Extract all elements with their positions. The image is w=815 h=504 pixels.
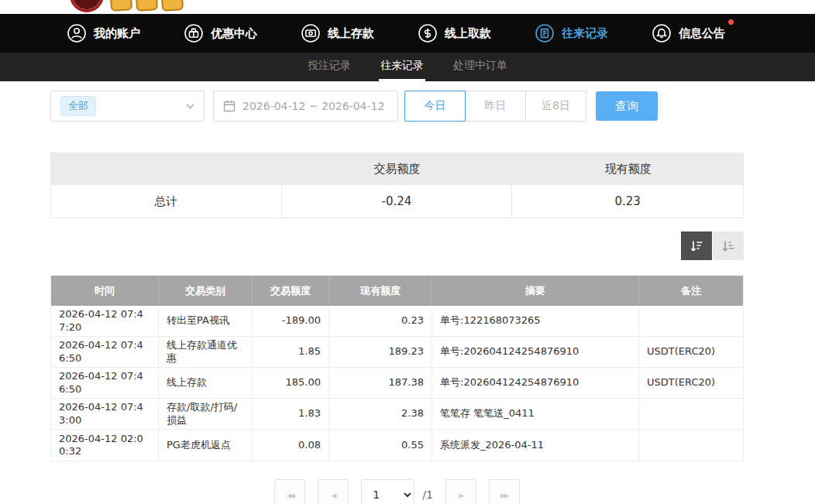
last-page-icon: ▸▸ — [500, 489, 507, 501]
withdraw-icon — [418, 23, 438, 43]
table-row: 2026-04-12 07:46:50 线上存款 185.00 187.38 单… — [51, 368, 743, 399]
table-row: 2026-04-12 07:43:00 存款/取款/打码/损益 1.83 2.3… — [51, 399, 743, 430]
sort-asc-icon — [720, 238, 736, 254]
table-row: 2026-04-12 02:00:32 PG老虎机返点 0.08 0.55 系统… — [51, 430, 743, 461]
cell-balance: 187.38 — [329, 368, 432, 398]
total-pages-label: /1 — [422, 489, 433, 501]
deposit-icon — [301, 23, 321, 43]
table-header-row: 时间 交易类别 交易额度 现有额度 摘要 备注 — [51, 276, 743, 306]
sort-ascending-button[interactable] — [713, 231, 744, 260]
nav-label: 往来记录 — [562, 26, 608, 41]
nav-item-promotions[interactable]: 优惠中心 — [184, 23, 257, 43]
summary-total-row: 总计 -0.24 0.23 — [50, 185, 744, 218]
sort-controls — [50, 231, 744, 260]
transactions-table: 时间 交易类别 交易额度 现有额度 摘要 备注 2026-04-12 07:47… — [50, 276, 744, 461]
chevron-down-icon — [186, 104, 194, 109]
header-remark: 备注 — [639, 276, 743, 306]
notification-dot — [728, 19, 734, 25]
table-row: 2026-04-12 07:47:20 转出至PA视讯 -189.00 0.23… — [51, 306, 743, 337]
cell-amount: 0.08 — [253, 430, 329, 461]
cell-summary: 单号:122168073265 — [432, 306, 639, 336]
next-page-button[interactable]: ▸ — [445, 479, 476, 504]
cell-amount: 1.85 — [253, 337, 329, 367]
cell-remark: USDT(ERC20) — [639, 368, 743, 398]
user-icon — [67, 23, 87, 43]
sub-nav: 投注记录 往来记录 处理中订单 — [0, 53, 815, 81]
nav-item-online-deposit[interactable]: 线上存款 — [301, 23, 374, 43]
type-dropdown[interactable]: 全部 — [50, 91, 205, 122]
cell-time: 2026-04-12 07:46:50 — [51, 368, 159, 398]
header-amount: 交易额度 — [253, 276, 329, 306]
first-page-button[interactable]: ◂◂ — [274, 479, 305, 504]
cell-time: 2026-04-12 07:46:50 — [51, 337, 159, 367]
gift-icon — [184, 23, 204, 43]
nav-label: 我的账户 — [94, 26, 140, 41]
cell-summary: 单号:202604124254876910 — [432, 368, 639, 398]
nav-item-announcements[interactable]: 信息公告 — [652, 23, 725, 43]
cell-type: PG老虎机返点 — [159, 430, 253, 461]
cell-type: 线上存款通道优惠 — [159, 337, 253, 367]
summary-total-label: 总计 — [51, 185, 282, 218]
main-nav: 我的账户 优惠中心 线上存款 线上取款 往来记录 信息公告 — [0, 14, 815, 53]
cell-type: 线上存款 — [159, 368, 253, 398]
header-time: 时间 — [51, 276, 159, 306]
nav-item-my-account[interactable]: 我的账户 — [67, 23, 140, 43]
cell-summary: 笔笔存 笔笔送_0411 — [432, 399, 639, 429]
records-icon — [535, 23, 555, 43]
cell-amount: -189.00 — [253, 306, 329, 336]
bell-icon — [652, 23, 672, 43]
cell-time: 2026-04-12 07:43:00 — [51, 399, 159, 429]
search-button[interactable]: 查询 — [596, 91, 658, 121]
sort-desc-icon — [689, 238, 704, 254]
cell-summary: 单号:202604124254876910 — [432, 337, 639, 367]
filter-row: 全部 2026-04-12 ~ 2026-04-12 今日 昨日 近8日 查询 — [50, 91, 744, 122]
cell-balance: 189.23 — [329, 337, 432, 367]
cell-type: 转出至PA视讯 — [159, 306, 253, 336]
today-button[interactable]: 今日 — [404, 91, 466, 122]
nav-label: 信息公告 — [679, 26, 725, 41]
header-type: 交易类别 — [159, 276, 253, 306]
previous-page-icon: ◂ — [332, 489, 335, 501]
summary-current-balance: 0.23 — [512, 185, 743, 218]
logo-gold-text — [110, 0, 183, 11]
nav-item-online-withdrawal[interactable]: 线上取款 — [418, 23, 491, 43]
page-select[interactable]: 1 — [361, 479, 414, 504]
cell-amount: 1.83 — [253, 399, 329, 429]
quick-range-group: 今日 昨日 近8日 — [404, 91, 586, 122]
cell-remark — [639, 399, 743, 429]
header-balance: 现有额度 — [329, 276, 432, 306]
sort-descending-button[interactable] — [681, 231, 712, 260]
cell-amount: 185.00 — [253, 368, 329, 398]
last-page-button[interactable]: ▸▸ — [489, 479, 520, 504]
cell-time: 2026-04-12 07:47:20 — [51, 306, 159, 336]
tab-betting-records[interactable]: 投注记录 — [306, 53, 352, 81]
cell-balance: 2.38 — [329, 399, 432, 429]
first-page-icon: ◂◂ — [287, 489, 294, 501]
yesterday-button[interactable]: 昨日 — [465, 91, 526, 122]
main-content: 全部 2026-04-12 ~ 2026-04-12 今日 昨日 近8日 查询 … — [50, 91, 744, 504]
cell-type: 存款/取款/打码/损益 — [159, 399, 253, 429]
header-strip — [0, 0, 815, 14]
cell-summary: 系统派发_2026-04-11 — [432, 430, 639, 461]
nav-item-transaction-records[interactable]: 往来记录 — [535, 23, 608, 43]
nav-label: 优惠中心 — [211, 26, 257, 41]
cell-remark: USDT(ERC20) — [639, 337, 743, 367]
date-range-input[interactable]: 2026-04-12 ~ 2026-04-12 — [213, 91, 398, 122]
previous-page-button[interactable]: ◂ — [318, 479, 349, 504]
site-logo[interactable] — [70, 0, 183, 14]
cell-balance: 0.23 — [329, 306, 432, 336]
pagination: ◂◂ ◂ 1 /1 ▸ ▸▸ — [50, 479, 744, 504]
tab-transaction-records[interactable]: 往来记录 — [379, 53, 425, 81]
summary-transaction-amount: -0.24 — [282, 185, 513, 218]
cell-balance: 0.55 — [329, 430, 432, 461]
summary-header-transaction: 交易额度 — [281, 162, 512, 177]
tab-processing-orders[interactable]: 处理中订单 — [452, 53, 509, 81]
summary-table: 交易额度 现有额度 总计 -0.24 0.23 — [50, 153, 744, 218]
last-8-days-button[interactable]: 近8日 — [525, 91, 586, 122]
next-page-icon: ▸ — [459, 489, 463, 501]
nav-label: 线上存款 — [328, 26, 374, 41]
cell-remark — [639, 306, 743, 336]
mascot-logo-icon — [70, 0, 104, 12]
cell-remark — [639, 430, 743, 461]
table-row: 2026-04-12 07:46:50 线上存款通道优惠 1.85 189.23… — [51, 337, 743, 368]
